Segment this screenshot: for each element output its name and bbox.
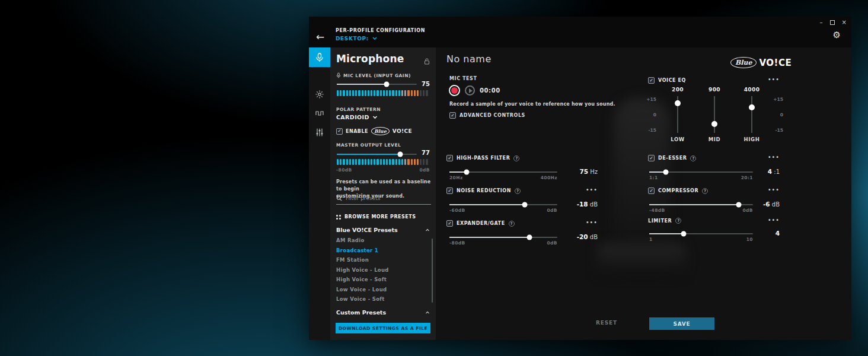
de-esser-menu[interactable]: ••• bbox=[768, 155, 780, 160]
meter-bar bbox=[343, 159, 344, 165]
play-triangle bbox=[469, 88, 473, 93]
limiter-menu[interactable]: ••• bbox=[768, 218, 780, 223]
blue-voice-main-panel: No name MIC TEST 00:00 Record a sample o… bbox=[436, 47, 851, 340]
high-pass-filter-section: ✓ HIGH-PASS FILTER ? 20Hz400Hz 75 Hz bbox=[446, 155, 589, 182]
meter-bar bbox=[417, 159, 419, 165]
compressor-section: ✓ COMPRESSOR ? ••• -48dB0dB -6 dB bbox=[648, 187, 780, 214]
compressor-menu[interactable]: ••• bbox=[768, 187, 780, 193]
expander-gate-slider[interactable] bbox=[449, 237, 557, 238]
profile-title: No name bbox=[446, 53, 492, 65]
meter-bar bbox=[423, 159, 425, 165]
meter-bar bbox=[426, 159, 427, 165]
meter-bar bbox=[368, 90, 369, 96]
eq-band-mid: 900 MID bbox=[697, 87, 732, 142]
record-button[interactable] bbox=[449, 85, 460, 96]
limiter-slider[interactable] bbox=[649, 233, 753, 234]
meter-bar bbox=[380, 90, 382, 96]
noise-reduction-menu[interactable]: ••• bbox=[586, 187, 598, 193]
high-pass-filter-checkbox[interactable]: ✓ bbox=[446, 155, 453, 161]
play-button[interactable] bbox=[465, 85, 475, 96]
help-icon[interactable]: ? bbox=[675, 218, 681, 224]
expander-gate-value: -20 dB bbox=[567, 233, 598, 240]
advanced-controls-checkbox[interactable]: ✓ bbox=[449, 112, 456, 119]
reset-button[interactable]: RESET bbox=[596, 320, 617, 326]
eq-low-slider[interactable] bbox=[677, 96, 678, 133]
master-output-value: 77 bbox=[422, 150, 430, 156]
voice-eq-menu[interactable]: ••• bbox=[768, 77, 780, 82]
tab-sample-rate[interactable] bbox=[309, 103, 330, 123]
expander-gate-label: EXPANDER/GATE bbox=[457, 221, 505, 226]
minimize-button[interactable]: – bbox=[820, 19, 823, 26]
settings-gear-icon[interactable]: ⚙ bbox=[833, 30, 841, 40]
help-icon[interactable]: ? bbox=[509, 221, 515, 227]
noise-reduction-slider[interactable] bbox=[449, 204, 557, 205]
meter-bar bbox=[352, 90, 354, 96]
eq-freq-label: 200 bbox=[660, 87, 695, 93]
save-button[interactable]: SAVE bbox=[649, 317, 714, 330]
meter-bar bbox=[395, 90, 397, 96]
microphone-panel: Microphone MIC LEVEL (INPUT GAIN) 75 POL… bbox=[330, 47, 436, 340]
enable-blue-voice-checkbox[interactable]: ✓ bbox=[336, 128, 343, 135]
back-arrow-icon[interactable]: ← bbox=[316, 31, 324, 43]
tab-lighting[interactable] bbox=[309, 84, 330, 104]
preset-item[interactable]: High Voice - Loud bbox=[336, 267, 426, 277]
meter-bar bbox=[383, 159, 385, 165]
profile-selector[interactable]: DESKTOP: bbox=[336, 36, 376, 42]
chevron-down-icon bbox=[372, 116, 378, 119]
maximize-button[interactable] bbox=[830, 20, 835, 25]
de-esser-checkbox[interactable]: ✓ bbox=[648, 155, 655, 161]
filter-presets-input[interactable]: Filter presets bbox=[336, 195, 431, 205]
meter-bar bbox=[401, 159, 403, 165]
expander-gate-menu[interactable]: ••• bbox=[586, 220, 598, 225]
lock-icon[interactable] bbox=[424, 56, 430, 67]
voice-wordmark: VO!CE bbox=[392, 128, 412, 134]
preset-scrollbar[interactable] bbox=[432, 239, 433, 303]
meter-bar bbox=[355, 90, 357, 96]
tab-microphone[interactable] bbox=[309, 47, 330, 67]
help-icon[interactable]: ? bbox=[702, 188, 708, 194]
limiter-section: LIMITER ? ••• 110 4 bbox=[648, 218, 780, 244]
chevron-down-icon bbox=[372, 37, 376, 41]
preset-item[interactable]: Broadcaster 1 bbox=[336, 247, 426, 258]
preset-item[interactable]: Low Voice - Loud bbox=[336, 287, 426, 297]
help-icon[interactable]: ? bbox=[515, 188, 521, 194]
meter-bar bbox=[414, 90, 416, 96]
high-pass-filter-slider[interactable] bbox=[449, 171, 557, 173]
meter-bar bbox=[365, 90, 366, 96]
de-esser-value: 4 :1 bbox=[755, 168, 780, 175]
meter-bar bbox=[355, 159, 357, 165]
meter-bar bbox=[395, 159, 397, 165]
high-pass-filter-value: 75 Hz bbox=[567, 168, 598, 175]
expander-gate-checkbox[interactable]: ✓ bbox=[446, 220, 453, 227]
close-button[interactable]: × bbox=[842, 19, 847, 26]
chevron-up-icon bbox=[425, 311, 430, 314]
download-settings-button[interactable]: DOWNLOAD SETTINGS AS A FILE bbox=[336, 323, 430, 333]
limiter-value: 4 bbox=[755, 230, 780, 237]
meter-bar bbox=[383, 90, 385, 96]
preset-item[interactable]: High Voice - Soft bbox=[336, 276, 426, 287]
polar-pattern-select[interactable]: CARDIOID bbox=[336, 114, 378, 120]
tab-equalizer[interactable] bbox=[309, 122, 330, 142]
voice-eq-checkbox[interactable]: ✓ bbox=[648, 77, 655, 84]
compressor-slider[interactable] bbox=[649, 204, 753, 205]
help-icon[interactable]: ? bbox=[690, 155, 696, 161]
polar-pattern-label: POLAR PATTERN bbox=[336, 107, 381, 112]
custom-presets-group[interactable]: Custom Presets bbox=[336, 309, 430, 316]
blue-voice-logo: Blue VO!CE bbox=[730, 57, 792, 68]
eq-high-slider[interactable] bbox=[751, 96, 752, 133]
blue-voice-presets-group[interactable]: Blue VO!CE Presets bbox=[336, 227, 430, 233]
compressor-checkbox[interactable]: ✓ bbox=[648, 187, 655, 194]
meter-bar bbox=[337, 159, 339, 165]
noise-reduction-checkbox[interactable]: ✓ bbox=[446, 187, 453, 194]
mic-level-slider[interactable] bbox=[337, 84, 417, 85]
preset-item[interactable]: AM Radio bbox=[336, 237, 426, 247]
lighting-icon bbox=[315, 90, 324, 98]
eq-mid-slider[interactable] bbox=[714, 96, 715, 133]
preset-item[interactable]: Low Voice - Soft bbox=[336, 296, 426, 306]
master-output-slider[interactable] bbox=[337, 154, 417, 155]
help-icon[interactable]: ? bbox=[513, 155, 519, 161]
preset-item[interactable]: FM Station bbox=[336, 257, 426, 267]
browse-more-presets-button[interactable]: BROWSE MORE PRESETS bbox=[336, 214, 416, 220]
de-esser-slider[interactable] bbox=[649, 171, 753, 173]
meter-bar bbox=[349, 90, 351, 96]
